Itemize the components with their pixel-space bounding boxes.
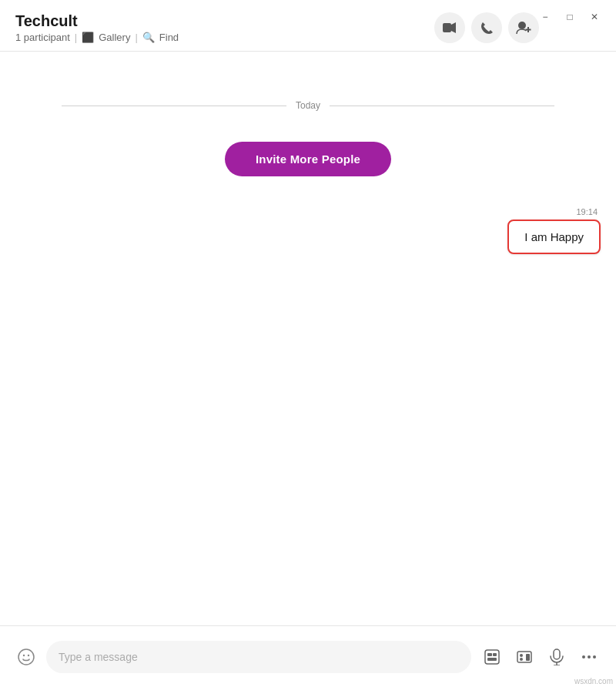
svg-rect-10: [493, 653, 497, 656]
svg-point-5: [18, 649, 34, 665]
svg-point-20: [588, 655, 591, 659]
gallery-label[interactable]: Gallery: [99, 32, 130, 43]
maximize-button[interactable]: □: [557, 6, 582, 28]
svg-point-21: [593, 655, 596, 659]
message-input[interactable]: [59, 651, 459, 663]
invite-more-people-button[interactable]: Invite More People: [225, 142, 391, 176]
message-bubble: I am Happy: [507, 220, 601, 254]
title-bar: − □ ✕: [524, 0, 616, 34]
find-label[interactable]: Find: [159, 32, 179, 43]
header-left: Techcult 1 participant | ⬛ Gallery | 🔍 F…: [15, 12, 179, 43]
svg-marker-1: [451, 22, 456, 33]
message-time: 19:14: [576, 207, 598, 216]
date-text: Today: [296, 100, 320, 111]
svg-rect-15: [526, 654, 530, 661]
svg-point-19: [582, 655, 585, 659]
message-area: 19:14 I am Happy: [0, 199, 616, 270]
chat-title: Techcult: [15, 12, 179, 30]
chat-subtitle: 1 participant | ⬛ Gallery | 🔍 Find: [15, 32, 179, 43]
audio-call-button[interactable]: [471, 12, 502, 43]
emoji-icon: [17, 648, 35, 666]
svg-point-13: [520, 654, 523, 657]
emoji-button[interactable]: [12, 643, 40, 671]
gallery-icon: ⬛: [82, 32, 94, 43]
svg-point-6: [23, 654, 25, 655]
divider-1: |: [75, 32, 77, 43]
participant-count: 1 participant: [15, 32, 70, 43]
message-bubble-wrapper: I am Happy: [507, 220, 601, 254]
more-dots-icon: [581, 655, 597, 659]
invite-area: Invite More People: [0, 142, 616, 176]
gif-icon: [516, 648, 533, 665]
input-actions: [477, 642, 604, 672]
date-line-left: [62, 106, 286, 106]
phone-icon: [480, 22, 494, 35]
find-search-icon: 🔍: [142, 32, 155, 43]
svg-rect-9: [487, 653, 492, 656]
sticker-button[interactable]: [477, 642, 507, 672]
watermark: wsxdn.com: [574, 677, 613, 685]
svg-point-14: [520, 658, 523, 661]
close-button[interactable]: ✕: [582, 6, 607, 28]
minimize-button[interactable]: −: [533, 6, 557, 28]
svg-rect-0: [443, 23, 451, 32]
svg-rect-16: [554, 649, 560, 659]
date-line-right: [330, 106, 554, 106]
svg-rect-8: [485, 650, 499, 664]
divider-2: |: [135, 32, 137, 43]
message-input-container: [46, 641, 471, 673]
message-input-area: [0, 625, 616, 687]
date-divider: Today: [62, 100, 554, 111]
microphone-button[interactable]: [542, 642, 571, 672]
video-call-button[interactable]: [434, 12, 465, 43]
gif-button[interactable]: [510, 642, 539, 672]
video-icon: [443, 22, 457, 33]
chat-area: Today Invite More People 19:14 I am Happ…: [0, 69, 616, 625]
sticker-icon: [484, 648, 500, 665]
svg-rect-11: [487, 658, 497, 661]
more-options-button[interactable]: [574, 642, 604, 672]
mic-icon: [549, 648, 564, 665]
svg-point-7: [28, 654, 29, 655]
